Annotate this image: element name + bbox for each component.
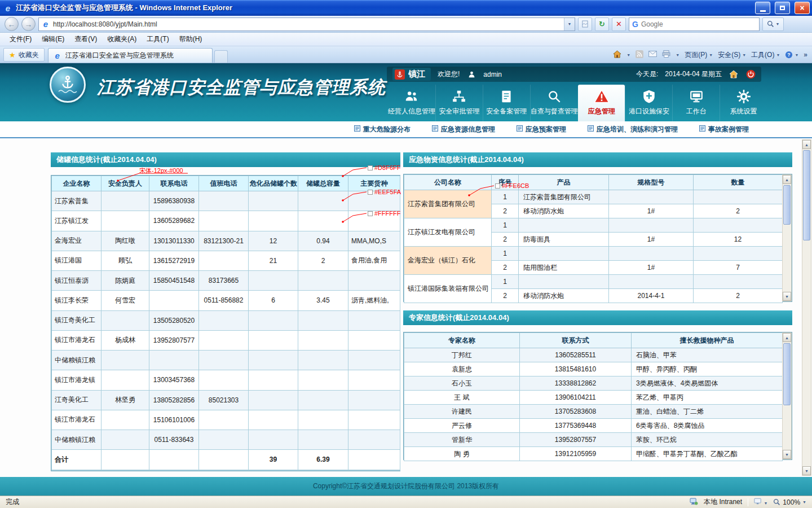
subnav-label: 事故案例管理: [708, 125, 749, 134]
company-name-cell: 镇江市港龙镇: [52, 370, 102, 390]
nav-label: 经营人信息管理: [388, 107, 435, 116]
menu-item[interactable]: 帮助(H): [174, 33, 208, 46]
materials-scrollbar[interactable]: ▲ ▼: [782, 174, 792, 301]
scroll-thumb[interactable]: [803, 150, 810, 240]
close-button[interactable]: ×: [795, 2, 810, 14]
restore-button[interactable]: [775, 2, 790, 14]
subnav-item[interactable]: 应急预案管理: [517, 125, 566, 134]
compatibility-view-button[interactable]: [578, 17, 592, 31]
checkbox-icon: [368, 190, 373, 195]
cargo-cell: [348, 330, 400, 350]
favorites-button[interactable]: ★ 收藏夹: [3, 48, 45, 62]
scroll-thumb[interactable]: [783, 343, 791, 405]
home-button[interactable]: [613, 50, 621, 60]
column-header: 安全负责人: [102, 176, 149, 191]
cargo-cell: [348, 390, 400, 410]
seq-cell: 2: [492, 204, 519, 218]
tank-capacity-cell: [298, 191, 348, 211]
nav-label: 安全备案管理: [486, 107, 527, 116]
portal-home-button[interactable]: [729, 69, 739, 80]
search-input[interactable]: [641, 20, 756, 28]
qty-cell: 2: [694, 204, 783, 218]
nav-item-workbench[interactable]: 工作台: [672, 85, 720, 121]
content-scrollbar[interactable]: ▲ ▼: [802, 139, 811, 476]
subnav-item[interactable]: 事故案例管理: [699, 125, 749, 134]
zoom-icon: [773, 498, 780, 506]
title-bar: e 江苏省港口安全监管与应急管理系统 - Windows Internet Ex…: [0, 0, 812, 16]
menu-item[interactable]: 收藏夹(A): [102, 33, 142, 46]
zoom-button[interactable]: 100% ▼: [773, 498, 806, 506]
table-header-row: 企业名称 安全负责人 联系电话 值班电话 危化品储罐个数 储罐总容量 主要货种: [52, 176, 400, 191]
experts-scrollbar[interactable]: ▲ ▼: [782, 332, 792, 459]
scroll-up-button[interactable]: ▲: [783, 175, 791, 184]
nav-item-operator-info[interactable]: 经营人信息管理: [388, 85, 435, 121]
nav-item-port-facility-security[interactable]: 港口设施保安: [625, 85, 672, 121]
subnav-item[interactable]: 应急资源信息管理: [432, 125, 495, 134]
app-header: 江苏省港口安全监管与应急管理系统 镇江 欢迎您! admin 今天是: 2014…: [0, 63, 812, 121]
tools-menu-button[interactable]: 工具(O)▼: [751, 50, 780, 60]
subnav-label: 应急预案管理: [526, 125, 566, 134]
nav-item-safety-filing[interactable]: 安全备案管理: [483, 85, 530, 121]
spec-cell: [609, 218, 694, 233]
help-button[interactable]: ? ▼: [785, 51, 798, 59]
scroll-down-button[interactable]: ▼: [783, 450, 791, 459]
menu-item[interactable]: 编辑(E): [37, 33, 69, 46]
address-field[interactable]: e ▼: [38, 17, 575, 31]
forward-button[interactable]: →: [21, 17, 36, 31]
table-row: 江苏镇江发电有限公司1: [404, 218, 783, 233]
stop-button[interactable]: ✕: [612, 17, 626, 31]
nav-label: 安全审批管理: [439, 107, 479, 116]
protected-mode-button[interactable]: ▼: [754, 498, 767, 506]
overflow-chevron-icon[interactable]: »: [804, 51, 807, 59]
read-mail-button[interactable]: [648, 51, 657, 59]
duty-phone-cell: [199, 191, 249, 211]
qty-cell: 2: [694, 289, 783, 303]
url-input[interactable]: [53, 20, 561, 28]
search-box[interactable]: G: [629, 17, 760, 31]
home-dropdown-icon[interactable]: ▼: [626, 53, 630, 57]
list-icon: [517, 125, 523, 133]
print-button[interactable]: [662, 50, 670, 59]
page-menu-button[interactable]: 页面(P)▼: [685, 50, 713, 60]
browser-tab[interactable]: e 江苏省港口安全监管与应急管理系统: [48, 48, 213, 63]
tank-capacity-cell: [298, 271, 348, 291]
new-tab-button[interactable]: [214, 50, 228, 63]
nav-item-safety-approval[interactable]: 安全审批管理: [435, 85, 483, 121]
menu-item[interactable]: 查看(V): [69, 33, 102, 46]
logout-button[interactable]: [745, 69, 756, 80]
tank-count-cell: [249, 430, 298, 450]
scroll-up-button[interactable]: ▲: [802, 140, 811, 149]
contact-phone-cell: 13003457368: [149, 370, 199, 390]
subnav-item[interactable]: 应急培训、演练和演习管理: [588, 125, 678, 134]
refresh-button[interactable]: ↻: [595, 17, 609, 31]
sub-nav: 重大危险源分布 应急资源信息管理 应急预案管理 应急培训、演练和: [0, 121, 812, 138]
nav-item-system-settings[interactable]: 系统设置: [720, 85, 767, 121]
tank-count-cell: 6: [249, 291, 298, 310]
feeds-button[interactable]: [636, 50, 643, 60]
scroll-thumb[interactable]: [783, 185, 791, 225]
column-header: 联系电话: [149, 176, 199, 191]
city-selector[interactable]: 镇江: [392, 68, 431, 81]
table-row: 镇江港国 顾弘 13615272919 21 2 食用油,食用: [52, 251, 400, 270]
scroll-up-button[interactable]: ▲: [783, 333, 791, 342]
minimize-button[interactable]: [755, 2, 770, 14]
expert-phone-cell: 13705283608: [520, 405, 632, 419]
print-dropdown-icon[interactable]: ▼: [676, 53, 679, 57]
menu-item[interactable]: 工具(T): [142, 33, 174, 46]
spec-cell: [609, 247, 694, 261]
back-button[interactable]: ←: [5, 17, 19, 31]
subnav-item[interactable]: 重大危险源分布: [354, 125, 411, 134]
qty-cell: [694, 218, 783, 233]
product-cell: 移动消防水炮: [519, 289, 609, 303]
search-button[interactable]: ▼: [762, 17, 784, 31]
shield-icon: [641, 89, 657, 104]
menu-item[interactable]: 文件(F): [5, 33, 37, 46]
nav-item-inspection[interactable]: 自查与督查管理: [530, 85, 578, 121]
broken-page-icon: [581, 20, 589, 28]
safety-menu-button[interactable]: 安全(S)▼: [718, 50, 746, 60]
scroll-down-button[interactable]: ▼: [783, 292, 791, 301]
nav-item-emergency-management[interactable]: 应急管理: [578, 85, 625, 121]
tank-capacity-cell: [298, 330, 348, 350]
scroll-down-button[interactable]: ▼: [802, 466, 811, 475]
address-dropdown-button[interactable]: ▼: [564, 18, 575, 30]
